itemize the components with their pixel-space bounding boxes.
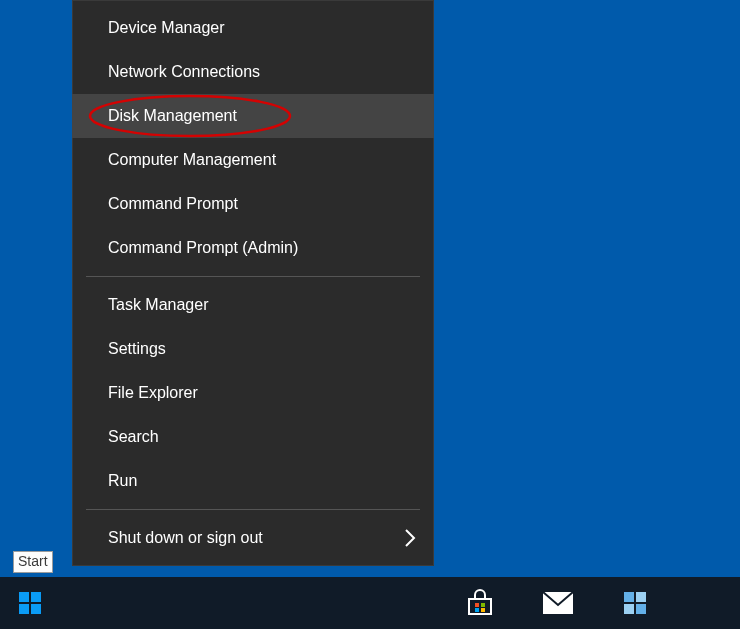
menu-item-task-manager[interactable]: Task Manager [72,283,434,327]
menu-separator [86,276,420,277]
menu-item-computer-management[interactable]: Computer Management [72,138,434,182]
menu-item-command-prompt-admin[interactable]: Command Prompt (Admin) [72,226,434,270]
winx-context-menu: Device ManagerNetwork ConnectionsDisk Ma… [72,0,434,566]
menu-item-label: Search [108,428,159,446]
edge-tiles-icon[interactable] [606,577,666,629]
svg-rect-3 [481,603,485,607]
mail-icon[interactable] [528,577,588,629]
menu-item-label: Settings [108,340,166,358]
menu-item-label: Command Prompt (Admin) [108,239,298,257]
svg-rect-4 [475,608,479,612]
store-icon[interactable] [450,577,510,629]
svg-rect-2 [475,603,479,607]
menu-item-label: Network Connections [108,63,260,81]
menu-item-network-connections[interactable]: Network Connections [72,50,434,94]
menu-item-disk-management[interactable]: Disk Management [72,94,434,138]
menu-item-command-prompt[interactable]: Command Prompt [72,182,434,226]
menu-item-run[interactable]: Run [72,459,434,503]
menu-item-label: Shut down or sign out [108,529,263,547]
windows-logo-icon [19,592,41,614]
menu-item-label: Task Manager [108,296,209,314]
menu-item-file-explorer[interactable]: File Explorer [72,371,434,415]
menu-item-device-manager[interactable]: Device Manager [72,6,434,50]
chevron-right-icon [404,528,416,548]
desktop: Device ManagerNetwork ConnectionsDisk Ma… [0,0,740,629]
taskbar [0,577,740,629]
menu-item-label: Computer Management [108,151,276,169]
start-tooltip-label: Start [18,553,48,569]
svg-rect-1 [469,599,491,614]
menu-item-label: Device Manager [108,19,225,37]
menu-separator [86,509,420,510]
svg-rect-5 [481,608,485,612]
menu-item-label: Disk Management [108,107,237,125]
taskbar-tray [450,577,666,629]
svg-rect-8 [636,592,646,602]
start-button[interactable] [0,577,60,629]
svg-rect-9 [624,604,634,614]
menu-item-search[interactable]: Search [72,415,434,459]
menu-item-shut-down-or-sign-out[interactable]: Shut down or sign out [72,516,434,560]
svg-rect-7 [624,592,634,602]
svg-rect-10 [636,604,646,614]
menu-item-label: Run [108,472,137,490]
menu-item-label: Command Prompt [108,195,238,213]
start-tooltip: Start [13,551,53,573]
menu-item-label: File Explorer [108,384,198,402]
menu-item-settings[interactable]: Settings [72,327,434,371]
